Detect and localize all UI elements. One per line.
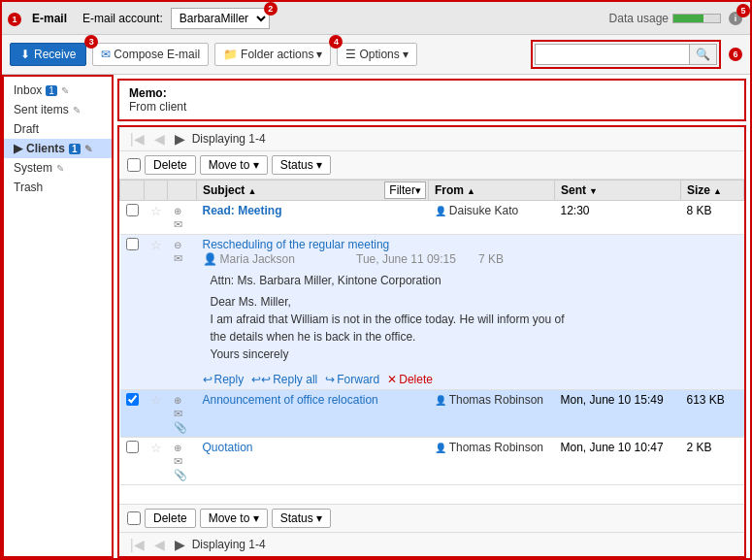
search-button[interactable]: 🔍 (690, 44, 717, 65)
bottom-first-page-btn[interactable]: |◀ (127, 537, 147, 552)
status-button-top[interactable]: Status ▾ (272, 155, 331, 175)
row4-checkbox[interactable] (126, 441, 139, 453)
row4-sent: Mon, June 10 10:47 (555, 438, 681, 485)
row2-expand[interactable]: ⊖ (174, 240, 181, 250)
options-button[interactable]: ☰ Options ▾ (337, 43, 416, 66)
row4-subject[interactable]: Quotation (197, 438, 429, 485)
data-usage: Data usage (609, 12, 721, 25)
row2-subject-link[interactable]: Rescheduling of the regular meeting (203, 238, 390, 251)
th-star (145, 181, 168, 201)
th-sent[interactable]: Sent ▼ (555, 181, 681, 201)
annotation-2: 2 (264, 2, 278, 16)
row1-star-icon[interactable]: ☆ (150, 204, 162, 218)
receive-icon: ⬇ (20, 48, 30, 61)
row1-subject[interactable]: Read: Meeting (197, 201, 429, 235)
th-from[interactable]: From ▲ (429, 181, 555, 201)
row1-from[interactable]: 👤 Daisuke Kato (429, 201, 555, 235)
compose-label: Compose E-mail (114, 48, 200, 61)
main-area: Inbox 1 ✎ Sent items ✎ Draft ▶ Clients 1… (2, 75, 750, 558)
sidebar-item-sent[interactable]: Sent items ✎ (4, 100, 112, 119)
receive-button[interactable]: ⬇ Receive (10, 43, 86, 66)
row2-star-icon[interactable]: ☆ (150, 238, 162, 252)
move-to-button-bottom[interactable]: Move to ▾ (200, 509, 268, 528)
folder-actions-button[interactable]: 📁 Folder actions ▾ (214, 43, 331, 66)
delete-button-bottom[interactable]: Delete (145, 509, 196, 528)
search-input[interactable] (535, 44, 690, 65)
forward-icon: ↪ (325, 373, 335, 386)
row3-subject[interactable]: Announcement of office relocation (197, 390, 429, 438)
th-size[interactable]: Size ▲ (681, 181, 744, 201)
row3-icons: ⊕ ✉ 📎 (168, 390, 197, 438)
system-edit-icon: ✎ (56, 163, 64, 174)
reply-all-button[interactable]: ↩↩Reply all (251, 373, 317, 386)
delete-button-top[interactable]: Delete (145, 155, 196, 175)
row3-from-link[interactable]: Thomas Robinson (449, 393, 543, 407)
row1-expand[interactable]: ⊕ (174, 206, 181, 216)
row2-check[interactable] (120, 235, 145, 390)
row2-from-text: Maria Jackson (220, 252, 295, 266)
row4-from-link[interactable]: Thomas Robinson (449, 441, 543, 454)
row4-subject-link[interactable]: Quotation (203, 441, 253, 454)
first-page-btn[interactable]: |◀ (127, 131, 147, 147)
row1-checkbox[interactable] (126, 204, 139, 216)
next-page-btn[interactable]: ▶ (172, 131, 188, 147)
bottom-next-page-btn[interactable]: ▶ (172, 537, 188, 552)
sidebar-item-clients[interactable]: ▶ Clients 1 ✎ (4, 139, 112, 158)
clients-expand-icon: ▶ (14, 142, 22, 155)
row3-checkbox[interactable] (126, 393, 139, 406)
content-area: Memo: From client |◀ ◀ ▶ Displaying 1-4 … (114, 75, 750, 558)
row3-expand[interactable]: ⊕ (174, 395, 181, 406)
row1-star[interactable]: ☆ (145, 201, 168, 235)
row3-size: 613 KB (681, 390, 744, 438)
row1-subject-link[interactable]: Read: Meeting (203, 204, 282, 217)
row2-from-icon: 👤 (203, 252, 217, 266)
sent-label: Sent items (14, 103, 69, 116)
clients-label: Clients (26, 142, 65, 155)
select-all-checkbox-bottom[interactable] (127, 511, 141, 525)
status-bottom-dropdown-icon: ▾ (316, 511, 322, 525)
compose-button[interactable]: ✉ Compose E-mail (92, 43, 209, 66)
move-to-button-top[interactable]: Move to ▾ (200, 155, 268, 175)
status-button-bottom[interactable]: Status ▾ (272, 509, 331, 528)
row4-check[interactable] (120, 438, 145, 485)
sidebar-item-trash[interactable]: Trash (4, 178, 112, 197)
row4-size: 2 KB (681, 438, 744, 485)
row2-checkbox[interactable] (126, 238, 139, 250)
row3-from[interactable]: 👤 Thomas Robinson (429, 390, 555, 438)
app-title: E-mail (32, 12, 67, 25)
th-subject[interactable]: Subject ▲ Filter▾ (197, 181, 429, 201)
draft-label: Draft (14, 122, 39, 136)
row4-from[interactable]: 👤 Thomas Robinson (429, 438, 555, 485)
row2-delete-button[interactable]: ✕Delete (387, 373, 433, 386)
sidebar-item-draft[interactable]: Draft (4, 119, 112, 139)
move-to-dropdown-icon: ▾ (253, 158, 259, 172)
row4-star-icon[interactable]: ☆ (150, 441, 162, 455)
filter-button[interactable]: Filter▾ (384, 181, 426, 199)
forward-button[interactable]: ↪Forward (325, 373, 379, 386)
row1-icons: ⊕ ✉ (168, 201, 197, 235)
bottom-prev-page-btn[interactable]: ◀ (151, 537, 168, 552)
row4-star[interactable]: ☆ (145, 438, 168, 485)
sidebar-item-inbox[interactable]: Inbox 1 ✎ (4, 81, 112, 100)
reply-button[interactable]: ↩Reply (203, 373, 245, 386)
row3-check[interactable] (120, 390, 145, 438)
inbox-label: Inbox (14, 83, 42, 97)
row1-from-link[interactable]: Daisuke Kato (449, 204, 518, 217)
clients-edit-icon: ✎ (84, 144, 92, 154)
top-action-bar: Delete Move to ▾ Status ▾ (119, 151, 744, 180)
from-sort-icon: ▲ (467, 186, 475, 196)
row3-star[interactable]: ☆ (145, 390, 168, 438)
row3-subject-link[interactable]: Announcement of office relocation (203, 393, 378, 407)
row4-expand[interactable]: ⊕ (174, 443, 181, 453)
row2-star[interactable]: ☆ (145, 235, 168, 390)
memo-text: From client (129, 100, 186, 114)
row3-star-icon[interactable]: ☆ (150, 393, 162, 408)
sidebar-item-system[interactable]: System ✎ (4, 158, 112, 178)
dropdown-icon: ▾ (316, 48, 322, 61)
table-row: ☆ ⊕ ✉ Read: Meeting 👤 Daisuke Kato (120, 201, 744, 235)
select-all-checkbox[interactable] (127, 158, 141, 172)
account-select[interactable]: BarbaraMiller (171, 8, 270, 29)
usage-fill (673, 15, 703, 22)
prev-page-btn[interactable]: ◀ (151, 131, 168, 147)
row1-check[interactable] (120, 201, 145, 235)
